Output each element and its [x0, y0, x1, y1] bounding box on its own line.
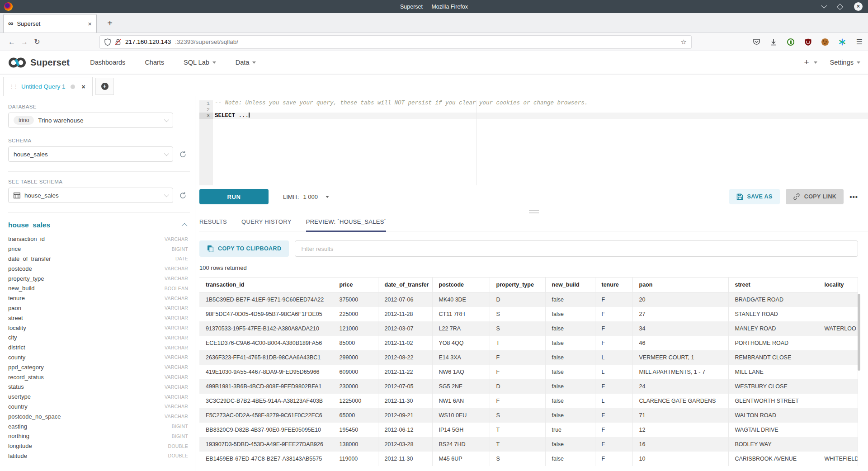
privacy-badger-icon[interactable] — [787, 38, 795, 46]
schema-column-row[interactable]: date_of_transferDATE — [8, 254, 190, 264]
refresh-schemas-icon[interactable] — [179, 151, 187, 158]
schema-column-row[interactable]: latitudeDOUBLE — [8, 451, 190, 461]
schema-column-row[interactable]: countryVARCHAR — [8, 402, 190, 412]
downloads-icon[interactable] — [769, 38, 778, 46]
schema-column-row[interactable]: districtVARCHAR — [8, 343, 190, 353]
schema-column-row[interactable]: postcode_no_spaceVARCHAR — [8, 411, 190, 421]
window-close-button[interactable]: × — [854, 2, 863, 11]
column-type: BIGINT — [172, 246, 188, 252]
reload-button[interactable]: ↻ — [31, 38, 43, 46]
filter-results-input[interactable] — [295, 240, 858, 257]
nav-item-charts[interactable]: Charts — [145, 59, 164, 66]
settings-menu[interactable]: Settings — [830, 59, 860, 66]
permissions-shield-icon[interactable] — [104, 38, 111, 46]
table-cell — [818, 350, 858, 365]
tab-close-icon[interactable]: × — [88, 20, 92, 27]
save-as-button[interactable]: SAVE AS — [729, 189, 780, 204]
refresh-tables-icon[interactable] — [179, 192, 187, 199]
column-header-transaction_id[interactable]: transaction_id — [199, 278, 333, 292]
browser-tab-superset[interactable]: ∞ Superset × — [3, 14, 97, 33]
schema-column-row[interactable]: transaction_idVARCHAR — [8, 234, 190, 244]
window-minimize-button[interactable] — [820, 4, 826, 10]
copy-link-button[interactable]: COPY LINK — [786, 189, 844, 204]
schema-column-row[interactable]: record_statusVARCHAR — [8, 372, 190, 382]
nav-item-data[interactable]: Data — [236, 59, 256, 66]
editor-code[interactable]: -- Note: Unless you save your query, the… — [213, 100, 868, 185]
column-header-street[interactable]: street — [728, 278, 818, 292]
schema-column-row[interactable]: new_buildBOOLEAN — [8, 283, 190, 293]
query-tab-close-icon[interactable]: × — [82, 83, 85, 90]
sql-editor[interactable]: 123 -- Note: Unless you save your query,… — [199, 100, 868, 185]
limit-dropdown[interactable]: LIMIT: 1 000 — [283, 193, 329, 200]
schema-select[interactable]: house_sales — [8, 146, 173, 162]
table-scrollbar-thumb[interactable] — [858, 294, 860, 371]
column-name: district — [8, 344, 25, 351]
schema-column-row[interactable]: countyVARCHAR — [8, 353, 190, 363]
hamburger-menu-icon[interactable]: ☰ — [855, 38, 863, 46]
query-tab-active[interactable]: ⋮⋮ Untitled Query 1 × — [3, 77, 93, 96]
table-schema-heading[interactable]: house_sales — [8, 221, 50, 229]
schema-column-row[interactable]: ppd_categoryVARCHAR — [8, 362, 190, 372]
schema-column-row[interactable]: usertypeVARCHAR — [8, 392, 190, 402]
ublock-icon[interactable] — [804, 38, 812, 46]
schema-column-row[interactable]: statusVARCHAR — [8, 382, 190, 392]
table-cell: 65000 — [333, 408, 378, 423]
table-select[interactable]: house_sales — [8, 188, 173, 203]
more-options-icon[interactable]: ••• — [849, 193, 858, 201]
schema-column-row[interactable]: eastingBIGINT — [8, 421, 190, 431]
tab-query-history[interactable]: QUERY HISTORY — [241, 218, 292, 232]
table-cell: 299000 — [333, 350, 378, 365]
copy-to-clipboard-button[interactable]: COPY TO CLIPBOARD — [199, 240, 289, 257]
schema-column-row[interactable]: postcodeVARCHAR — [8, 264, 190, 273]
window-maximize-button[interactable] — [837, 4, 843, 10]
new-tab-button[interactable]: + — [102, 14, 118, 32]
collapse-chevron-icon[interactable] — [182, 223, 188, 229]
window-title: Superset — Mozilla Firefox — [0, 4, 868, 10]
multicolor-asterisk-icon[interactable] — [838, 38, 846, 46]
drag-handle-icon[interactable]: ⋮⋮ — [9, 84, 17, 90]
column-header-price[interactable]: price — [333, 278, 378, 292]
schema-column-row[interactable]: property_typeVARCHAR — [8, 273, 190, 283]
superset-navbar: Superset DashboardsChartsSQL LabData + S… — [0, 51, 868, 75]
schema-column-row[interactable]: paonVARCHAR — [8, 303, 190, 313]
database-select[interactable]: trino Trino warehouse — [8, 113, 173, 128]
column-header-tenure[interactable]: tenure — [595, 278, 632, 292]
column-header-property_type[interactable]: property_type — [490, 278, 545, 292]
insecure-lock-icon[interactable] — [115, 38, 121, 46]
run-button[interactable]: RUN — [199, 189, 269, 204]
table-cell: D — [490, 379, 545, 394]
column-header-paon[interactable]: paon — [632, 278, 728, 292]
column-header-postcode[interactable]: postcode — [432, 278, 490, 292]
new-query-tab-button[interactable]: + — [95, 78, 114, 95]
table-cell: EB1459EB-67ED-47C8-B2E7-A38143AB5575 — [199, 452, 333, 466]
column-header-locality[interactable]: locality — [818, 278, 858, 292]
schema-column-row[interactable]: streetVARCHAR — [8, 313, 190, 323]
schema-label: SCHEMA — [8, 138, 190, 143]
table-cell — [818, 423, 858, 437]
schema-column-row[interactable]: northingBIGINT — [8, 431, 190, 441]
schema-column-row[interactable]: longitudeDOUBLE — [8, 441, 190, 451]
cookie-extension-icon[interactable] — [821, 38, 829, 46]
table-cell: VERMEER COURT, 1 — [632, 350, 728, 365]
add-new-button[interactable]: + — [804, 57, 809, 67]
schema-column-row[interactable]: priceBIGINT — [8, 244, 190, 254]
table-cell: 2012-11-22 — [378, 365, 432, 379]
url-bar[interactable]: 217.160.120.143:32393/superset/sqllab/ ☆ — [99, 35, 692, 49]
schema-column-row[interactable]: localityVARCHAR — [8, 323, 190, 333]
superset-brand[interactable]: Superset — [8, 57, 70, 69]
table-row: 499B1981-3B6B-4BCD-808F-9FED9802BFA12300… — [199, 379, 858, 394]
tab-results[interactable]: RESULTS — [199, 218, 227, 232]
back-button[interactable]: ← — [5, 38, 18, 46]
nav-item-sql-lab[interactable]: SQL Lab — [184, 59, 216, 66]
column-header-date_of_transfer[interactable]: date_of_transfer — [378, 278, 432, 292]
column-header-new_build[interactable]: new_build — [545, 278, 595, 292]
pocket-icon[interactable] — [752, 38, 760, 46]
pane-resize-handle[interactable] — [529, 210, 539, 213]
nav-item-dashboards[interactable]: Dashboards — [90, 59, 125, 66]
forward-button[interactable]: → — [18, 38, 31, 46]
tab-preview-house-sales[interactable]: PREVIEW: `HOUSE_SALES` — [306, 218, 387, 232]
schema-column-row[interactable]: tenureVARCHAR — [8, 293, 190, 303]
bookmark-star-icon[interactable]: ☆ — [681, 38, 687, 46]
column-name: status — [8, 383, 24, 390]
schema-column-row[interactable]: cityVARCHAR — [8, 333, 190, 343]
